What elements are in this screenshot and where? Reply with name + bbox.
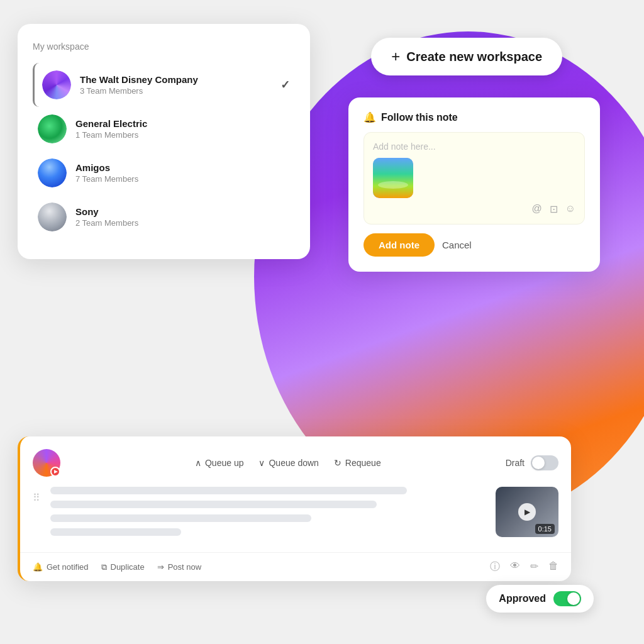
duplicate-icon: ⧉ [101, 562, 107, 572]
workspace-avatar-disney [42, 70, 71, 99]
note-toolbar: @ ⊡ ☺ [373, 203, 575, 215]
plus-icon: + [391, 48, 400, 65]
workspace-members-disney: 3 Team Members [80, 86, 280, 96]
post-card-inner: ▶ ∧ Queue up ∨ Queue down ↻ Requeue [20, 436, 571, 552]
workspace-info-disney: The Walt Disney Company 3 Team Members [80, 74, 280, 96]
post-header: ▶ ∧ Queue up ∨ Queue down ↻ Requeue [33, 449, 558, 477]
post-text-lines [50, 487, 486, 542]
edit-icon[interactable]: ✏ [530, 560, 538, 574]
post-now-arrow-icon: ⇒ [157, 562, 164, 572]
bell-icon: 🔔 [364, 111, 376, 123]
note-placeholder: Add note here... [373, 142, 575, 152]
post-now-button[interactable]: ⇒ Post now [157, 562, 201, 572]
note-textarea-area[interactable]: Add note here... @ ⊡ ☺ [364, 132, 585, 225]
workspace-card: My workspace The Walt Disney Company 3 T… [18, 24, 310, 259]
workspace-avatar-ge [38, 114, 67, 143]
queue-down-arrow-icon: ∨ [258, 458, 265, 468]
youtube-icon: ▶ [54, 469, 57, 474]
workspace-name-disney: The Walt Disney Company [80, 74, 280, 85]
workspace-name-ge: General Electric [75, 118, 290, 129]
workspace-avatar-amigos [38, 158, 67, 187]
create-workspace-label: Create new workspace [406, 50, 542, 64]
note-actions: Add note Cancel [364, 233, 585, 257]
text-line-2 [50, 501, 377, 508]
draft-toggle-switch[interactable] [531, 455, 558, 470]
text-line-4 [50, 528, 181, 536]
workspace-info-sony: Sony 2 Team Members [75, 206, 290, 228]
draft-toggle-knob [532, 457, 545, 469]
queue-up-label: Queue up [205, 458, 244, 468]
workspace-list: The Walt Disney Company 3 Team Members ✓… [33, 63, 295, 239]
play-button[interactable]: ▶ [518, 503, 536, 521]
workspace-name-sony: Sony [75, 206, 290, 217]
post-now-label: Post now [168, 562, 201, 572]
delete-icon[interactable]: 🗑 [548, 560, 558, 574]
note-landscape-image [373, 158, 413, 198]
info-icon[interactable]: ⓘ [490, 560, 500, 574]
video-duration: 0:15 [535, 524, 555, 534]
workspace-members-amigos: 7 Team Members [75, 174, 290, 184]
eye-icon[interactable]: 👁 [510, 560, 520, 574]
post-footer: 🔔 Get notified ⧉ Duplicate ⇒ Post now ⓘ … [20, 552, 571, 581]
footer-icon-group: ⓘ 👁 ✏ 🗑 [490, 560, 558, 574]
cancel-button[interactable]: Cancel [442, 240, 472, 250]
requeue-button[interactable]: ↻ Requeue [334, 458, 381, 468]
add-note-button[interactable]: Add note [364, 233, 435, 257]
duplicate-button[interactable]: ⧉ Duplicate [101, 562, 145, 572]
create-workspace-button[interactable]: + Create new workspace [371, 38, 562, 75]
follow-note-card: 🔔 Follow this note Add note here... @ ⊡ … [348, 97, 600, 272]
workspace-item-sony[interactable]: Sony 2 Team Members [33, 195, 295, 239]
workspace-card-title: My workspace [33, 42, 295, 52]
workspace-item-ge[interactable]: General Electric 1 Team Members [33, 107, 295, 151]
sony-avatar-img [38, 203, 67, 231]
workspace-name-amigos: Amigos [75, 162, 290, 173]
note-image-thumbnail [373, 158, 413, 198]
requeue-icon: ↻ [334, 458, 341, 468]
post-avatar: ▶ [33, 449, 60, 477]
workspace-check-icon: ✓ [280, 78, 290, 92]
approved-toggle-knob [567, 592, 580, 605]
workspace-members-ge: 1 Team Members [75, 130, 290, 140]
youtube-badge: ▶ [50, 467, 60, 477]
disney-avatar-img [42, 70, 71, 99]
approved-badge: Approved [486, 585, 594, 613]
draft-label: Draft [506, 458, 525, 468]
workspace-info-amigos: Amigos 7 Team Members [75, 162, 290, 184]
post-draft-toggle: Draft [506, 455, 558, 470]
at-mention-icon[interactable]: @ [531, 203, 541, 215]
bell-small-icon: 🔔 [33, 562, 43, 572]
ge-avatar-img [38, 114, 67, 143]
duplicate-label: Duplicate [111, 562, 145, 572]
drag-handle-icon[interactable]: ⠿ [33, 487, 40, 504]
emoji-icon[interactable]: ☺ [565, 203, 575, 215]
post-actions-bar: ∧ Queue up ∨ Queue down ↻ Requeue [70, 458, 506, 468]
workspace-info-ge: General Electric 1 Team Members [75, 118, 290, 140]
queue-up-button[interactable]: ∧ Queue up [195, 458, 244, 468]
workspace-members-sony: 2 Team Members [75, 218, 290, 228]
text-line-3 [50, 514, 311, 522]
post-video-thumbnail: ▶ 0:15 [496, 487, 558, 537]
get-notified-button[interactable]: 🔔 Get notified [33, 562, 89, 572]
amigos-avatar-img [38, 158, 67, 187]
queue-up-arrow-icon: ∧ [195, 458, 201, 468]
queue-down-button[interactable]: ∨ Queue down [258, 458, 318, 468]
post-content-area: ⠿ ▶ 0:15 [33, 487, 558, 552]
queue-down-label: Queue down [269, 458, 318, 468]
follow-note-title: Follow this note [381, 112, 458, 123]
requeue-label: Requeue [345, 458, 381, 468]
approved-label: Approved [499, 593, 546, 604]
get-notified-label: Get notified [47, 562, 89, 572]
post-card: ▶ ∧ Queue up ∨ Queue down ↻ Requeue [18, 436, 571, 581]
insert-image-icon[interactable]: ⊡ [550, 203, 558, 215]
follow-note-header: 🔔 Follow this note [364, 111, 585, 123]
approved-toggle-switch[interactable] [553, 591, 581, 606]
text-line-1 [50, 487, 407, 494]
workspace-item-amigos[interactable]: Amigos 7 Team Members [33, 151, 295, 195]
workspace-avatar-sony [38, 203, 67, 231]
workspace-item-disney[interactable]: The Walt Disney Company 3 Team Members ✓ [33, 63, 295, 107]
